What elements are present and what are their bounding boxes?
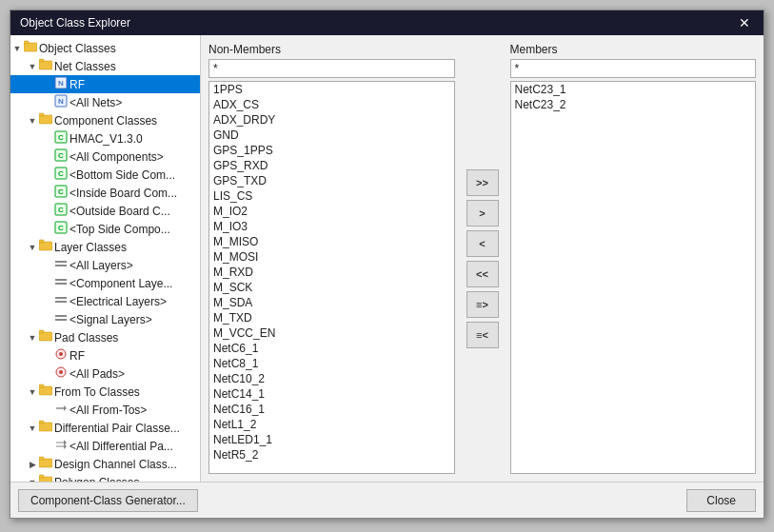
object-class-explorer-dialog: Object Class Explorer ✕ ▼ Object Classes… <box>10 10 764 519</box>
list-item[interactable]: NetLED1_1 <box>209 432 454 447</box>
list-item[interactable]: ADX_DRDY <box>209 112 454 128</box>
tree-label-pad-classes: Pad Classes <box>54 331 118 345</box>
tree-label-pad-rf: RF <box>69 349 85 363</box>
tree-item-polygon-classes[interactable]: ▼ Polygon Classes <box>10 473 200 482</box>
tree-item-all-pads[interactable]: <All Pads> <box>10 365 200 383</box>
tree-icon-pad <box>54 347 69 364</box>
list-item[interactable]: NetC16_1 <box>209 402 454 417</box>
tree-label-all-from-tos: <All From-Tos> <box>69 404 147 417</box>
tree-item-all-components[interactable]: C <All Components> <box>10 148 200 166</box>
component-class-generator-button[interactable]: Component-Class Generator... <box>18 489 198 512</box>
tree-icon-root <box>24 40 39 56</box>
list-item[interactable]: M_TXD <box>209 310 454 325</box>
members-list[interactable]: NetC23_1NetC23_2 <box>510 81 757 474</box>
list-item[interactable]: NetC23_1 <box>511 82 756 97</box>
svg-rect-31 <box>55 319 67 321</box>
svg-text:C: C <box>58 169 64 178</box>
tree-item-component-layers[interactable]: <Component Laye... <box>10 274 200 292</box>
tree-icon-component: C <box>54 167 69 183</box>
tree-item-all-nets[interactable]: N <All Nets> <box>10 93 200 111</box>
non-members-filter[interactable] <box>208 59 455 78</box>
list-item[interactable]: NetL1_2 <box>209 417 454 432</box>
svg-text:C: C <box>58 133 64 142</box>
tree-item-component-classes[interactable]: ▼ Component Classes <box>10 111 200 129</box>
tree-item-object-classes[interactable]: ▼ Object Classes <box>10 39 200 57</box>
svg-rect-2 <box>39 61 52 69</box>
expand-icon-from-to-classes[interactable]: ▼ <box>26 385 39 399</box>
tree-item-layer-classes[interactable]: ▼ Layer Classes <box>10 238 200 256</box>
tree-item-bottom-side[interactable]: C <Bottom Side Com... <box>10 166 200 184</box>
list-item[interactable]: NetC6_1 <box>209 341 454 356</box>
tree-icon-component: C <box>54 185 69 201</box>
tree-panel[interactable]: ▼ Object Classes▼ Net Classes N RF N <Al… <box>10 35 201 482</box>
tree-item-all-diff-pair[interactable]: <All Differential Pa... <box>10 437 200 455</box>
svg-rect-48 <box>39 459 52 467</box>
list-item[interactable]: LIS_CS <box>209 188 454 204</box>
expand-icon-diff-pair-classes[interactable]: ▼ <box>26 422 39 435</box>
list-item[interactable]: NetC14_1 <box>209 386 454 402</box>
list-item[interactable]: NetC10_2 <box>209 371 454 386</box>
list-item[interactable]: M_VCC_EN <box>209 325 454 341</box>
tree-item-top-side[interactable]: C <Top Side Compo... <box>10 220 200 238</box>
list-item[interactable]: M_MOSI <box>209 249 454 265</box>
list-item[interactable]: GND <box>209 128 454 143</box>
tree-item-hmac[interactable]: C HMAC_V1.3.0 <box>10 129 200 148</box>
move-all-right-button[interactable]: >> <box>466 169 499 196</box>
tree-item-net-classes[interactable]: ▼ Net Classes <box>10 57 200 75</box>
list-item[interactable]: GPS_TXD <box>209 173 454 188</box>
members-filter[interactable] <box>510 59 757 78</box>
tree-item-outside-board[interactable]: C <Outside Board C... <box>10 202 200 220</box>
tree-item-diff-pair-classes[interactable]: ▼ Differential Pair Classe... <box>10 419 200 437</box>
svg-rect-9 <box>39 113 44 116</box>
tree-label-all-nets: <All Nets> <box>69 96 122 109</box>
list-item[interactable]: 1PPS <box>209 82 454 97</box>
right-panel: Non-Members 1PPSADX_CSADX_DRDYGNDGPS_1PP… <box>201 35 764 482</box>
expand-icon-layer-classes[interactable]: ▼ <box>26 241 39 254</box>
title-bar: Object Class Explorer ✕ <box>10 10 764 35</box>
list-item[interactable]: GPS_RXD <box>209 158 454 173</box>
close-button[interactable]: Close <box>686 489 756 512</box>
list-item[interactable]: M_RXD <box>209 265 454 280</box>
move-all-left-button[interactable]: << <box>466 261 499 287</box>
list-item[interactable]: NetC23_2 <box>511 97 756 112</box>
tree-item-inside-board[interactable]: C <Inside Board Com... <box>10 184 200 202</box>
list-item[interactable]: M_IO3 <box>209 219 454 234</box>
list-item[interactable]: M_IO2 <box>209 204 454 219</box>
tree-icon-folder <box>39 474 54 482</box>
tree-label-bottom-side: <Bottom Side Com... <box>69 168 175 182</box>
tree-item-electrical-layers[interactable]: <Electrical Layers> <box>10 292 200 310</box>
expand-icon-design-channel[interactable]: ▶ <box>26 458 39 471</box>
tree-item-from-to-classes[interactable]: ▼ From To Classes <box>10 383 200 401</box>
non-members-label: Non-Members <box>208 43 455 56</box>
list-item[interactable]: NetR5_2 <box>209 447 454 463</box>
non-members-list[interactable]: 1PPSADX_CSADX_DRDYGNDGPS_1PPSGPS_RXDGPS_… <box>208 81 455 474</box>
tree-item-design-channel[interactable]: ▶ Design Channel Class... <box>10 455 200 473</box>
move-right-special-button[interactable]: ≡> <box>466 291 499 318</box>
list-item[interactable]: ADX_CS <box>209 97 454 112</box>
expand-icon-pad-classes[interactable]: ▼ <box>26 331 39 345</box>
expand-icon-component-classes[interactable]: ▼ <box>26 114 39 128</box>
tree-icon-net: N <box>54 94 69 110</box>
tree-item-all-from-tos[interactable]: <All From-Tos> <box>10 401 200 419</box>
list-item[interactable]: GPS_1PPS <box>209 143 454 158</box>
move-one-right-button[interactable]: > <box>466 200 499 227</box>
tree-item-pad-classes[interactable]: ▼ Pad Classes <box>10 328 200 346</box>
list-item[interactable]: M_SDA <box>209 295 454 310</box>
tree-label-inside-board: <Inside Board Com... <box>69 187 177 200</box>
expand-icon-net-classes[interactable]: ▼ <box>26 60 39 73</box>
tree-item-all-layers[interactable]: <All Layers> <box>10 256 200 274</box>
title-bar-close-button[interactable]: ✕ <box>735 16 754 30</box>
move-left-special-button[interactable]: ≡< <box>466 322 499 348</box>
tree-item-rf[interactable]: N RF <box>10 75 200 93</box>
tree-item-pad-rf[interactable]: RF <box>10 346 200 365</box>
move-one-left-button[interactable]: < <box>466 230 499 257</box>
members-label: Members <box>510 43 757 56</box>
svg-rect-43 <box>39 421 44 424</box>
list-item[interactable]: M_SCK <box>209 280 454 295</box>
tree-item-signal-layers[interactable]: <Signal Layers> <box>10 310 200 328</box>
expand-icon-object-classes[interactable]: ▼ <box>10 42 24 55</box>
list-item[interactable]: NetC8_1 <box>209 356 454 371</box>
list-item[interactable]: M_MISO <box>209 234 454 249</box>
svg-rect-33 <box>39 330 44 333</box>
tree-icon-folder <box>39 58 54 74</box>
